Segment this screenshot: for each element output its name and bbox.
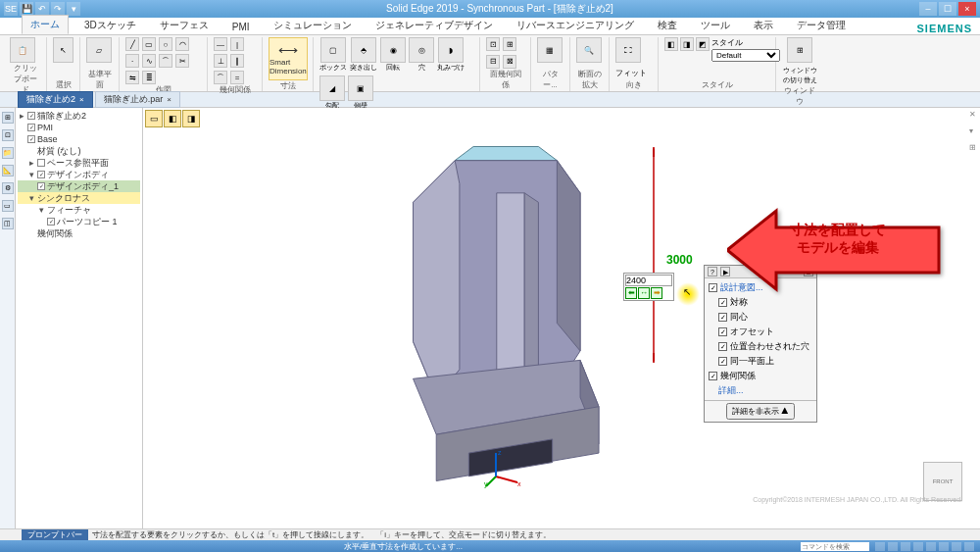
draft-icon[interactable]: ◢: [319, 75, 345, 101]
dim-dir-both-icon[interactable]: ↔: [638, 287, 650, 299]
tangent-icon[interactable]: ⌒: [214, 71, 227, 84]
parallel-icon[interactable]: ∥: [230, 54, 244, 68]
doc-tab-inactive[interactable]: 猫除ぎ止め.par×: [95, 91, 180, 108]
arc-icon[interactable]: ◠: [175, 37, 189, 51]
dock-tab-6[interactable]: ▭: [2, 200, 14, 212]
style1-icon[interactable]: ◧: [664, 37, 678, 51]
zoom-region-icon[interactable]: 🔍: [576, 37, 602, 63]
lr-item-concentric[interactable]: 同心: [730, 311, 748, 324]
thinwall-icon[interactable]: ▣: [348, 75, 373, 101]
vp-close-icon[interactable]: ✕: [969, 110, 976, 119]
plane-icon[interactable]: ▱: [86, 37, 112, 63]
doc-tab-active[interactable]: 猫除ぎ止め2×: [18, 91, 93, 108]
dock-tab-4[interactable]: 📐: [2, 165, 14, 176]
close-icon[interactable]: ×: [167, 95, 172, 104]
style-select[interactable]: Default: [711, 49, 780, 62]
selfilter-2-icon[interactable]: ◧: [164, 110, 181, 127]
rel1-icon[interactable]: ⊡: [486, 37, 500, 51]
fillet2d-icon[interactable]: ⌒: [159, 54, 172, 68]
dock-tab-3[interactable]: 📁: [2, 147, 14, 159]
hole-icon[interactable]: ◎: [409, 37, 434, 63]
tab-view[interactable]: 表示: [746, 17, 781, 34]
horiz-icon[interactable]: —: [214, 37, 227, 51]
tree-design-body[interactable]: デザインボディ: [47, 169, 109, 180]
rel4-icon[interactable]: ⊠: [503, 55, 516, 69]
lr-hide-detail-button[interactable]: 詳細を非表示 ⯅: [726, 403, 795, 420]
smart-dimension-button[interactable]: ⟷Smart Dimension: [269, 37, 308, 80]
rel3-icon[interactable]: ⊟: [486, 55, 500, 69]
lr-item-symmetric[interactable]: 対称: [730, 296, 748, 309]
offset2d-icon[interactable]: ≣: [142, 71, 156, 84]
view-cube[interactable]: FRONT: [923, 462, 962, 501]
tab-generative[interactable]: ジェネレーティブデザイン: [368, 17, 501, 34]
tab-home[interactable]: ホーム: [22, 15, 69, 34]
lr-help-icon[interactable]: ?: [708, 267, 717, 276]
revolve-icon[interactable]: ◉: [380, 37, 406, 63]
perp-icon[interactable]: ⊥: [214, 54, 227, 68]
vp-opt2-icon[interactable]: ⊞: [969, 143, 976, 152]
dim-dir-left-icon[interactable]: ⬅: [625, 287, 637, 299]
circle-icon[interactable]: ○: [159, 37, 172, 51]
point-icon[interactable]: ·: [125, 54, 139, 68]
round-icon[interactable]: ◗: [438, 37, 464, 63]
tree-ref-planes[interactable]: ベース参照平面: [47, 157, 109, 169]
tree-root[interactable]: 猫除ぎ止め2: [37, 110, 86, 122]
selfilter-3-icon[interactable]: ◨: [182, 110, 200, 127]
redo-icon[interactable]: ↷: [51, 2, 65, 16]
sb-icon-2[interactable]: [888, 542, 898, 551]
3d-viewport[interactable]: ▭ ◧ ◨ ✕ ▾ ⊞: [143, 108, 980, 528]
tab-surface[interactable]: サーフェス: [152, 17, 217, 34]
tree-relations[interactable]: 幾何関係: [37, 227, 73, 239]
dock-tab-1[interactable]: ⊞: [2, 112, 14, 124]
lr-item-geom-rel[interactable]: 幾何関係: [720, 370, 756, 382]
sb-icon-1[interactable]: [875, 542, 885, 551]
dimension-input[interactable]: [625, 275, 672, 286]
tab-3dsketch[interactable]: 3Dスケッチ: [76, 17, 144, 34]
sb-icon-5[interactable]: [926, 542, 936, 551]
line-icon[interactable]: ╱: [125, 37, 139, 51]
pattern-icon[interactable]: ▦: [537, 37, 563, 63]
style3-icon[interactable]: ◩: [696, 37, 710, 51]
sb-icon-8[interactable]: [964, 542, 974, 551]
close-button[interactable]: ×: [958, 2, 976, 16]
box-icon[interactable]: ▢: [320, 37, 346, 63]
dimension-value[interactable]: 3000: [666, 253, 693, 267]
tab-inspect[interactable]: 検査: [650, 17, 685, 34]
sb-icon-4[interactable]: [913, 542, 923, 551]
tree-design-body-1[interactable]: デザインボディ_1: [47, 180, 119, 192]
tab-data[interactable]: データ管理: [789, 17, 854, 34]
pathfinder-tree[interactable]: ▸✓猫除ぎ止め2 ✓PMI ✓Base 材質 (なし) ▸ベース参照平面 ▾✓デ…: [16, 108, 143, 528]
sb-icon-3[interactable]: [901, 542, 910, 551]
tree-pmi[interactable]: PMI: [37, 122, 53, 133]
tree-base[interactable]: Base: [37, 133, 58, 145]
curve-icon[interactable]: ∿: [142, 54, 156, 68]
tab-pmi[interactable]: PMI: [224, 20, 258, 34]
select-icon[interactable]: ↖: [53, 37, 74, 63]
tree-material[interactable]: 材質 (なし): [37, 145, 81, 157]
app-menu-button[interactable]: SE: [4, 2, 18, 16]
tab-tools[interactable]: ツール: [693, 17, 738, 34]
rect-icon[interactable]: ▭: [142, 37, 156, 51]
save-icon[interactable]: 💾: [20, 2, 33, 16]
dock-tab-7[interactable]: ◫: [2, 218, 14, 229]
vert-icon[interactable]: |: [230, 37, 244, 51]
sb-icon-7[interactable]: [952, 542, 961, 551]
trim-icon[interactable]: ✂: [175, 54, 189, 68]
command-finder-input[interactable]: [801, 542, 869, 551]
fit-icon[interactable]: ⛶: [615, 37, 641, 63]
dock-tab-5[interactable]: ⚙: [2, 182, 14, 194]
qat-dropdown-icon[interactable]: ▾: [67, 2, 80, 16]
dim-dir-right-icon[interactable]: ➡: [651, 287, 662, 299]
lr-item-detail[interactable]: 詳細...: [718, 384, 744, 397]
maximize-button[interactable]: ☐: [939, 2, 956, 16]
vp-opt1-icon[interactable]: ▾: [969, 126, 976, 135]
dock-tab-2[interactable]: ⊡: [2, 129, 14, 141]
tab-reverse[interactable]: リバースエンジニアリング: [509, 17, 642, 34]
style2-icon[interactable]: ◨: [680, 37, 694, 51]
equal-icon[interactable]: =: [230, 71, 244, 84]
tab-simulation[interactable]: シミュレーション: [266, 17, 360, 34]
lr-item-coplanar[interactable]: 同一平面上: [730, 355, 774, 368]
rel2-icon[interactable]: ⊞: [503, 37, 516, 51]
paste-icon[interactable]: 📋: [10, 37, 35, 63]
selfilter-1-icon[interactable]: ▭: [145, 110, 163, 127]
